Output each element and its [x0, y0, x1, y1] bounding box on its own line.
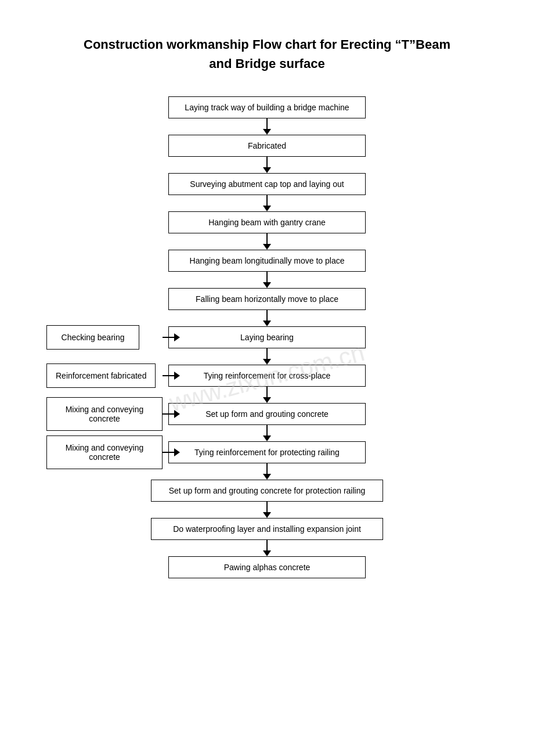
mixing-conveying-box-2: Mixing and conveying concrete: [46, 435, 163, 469]
step3-box: Surveying abutment cap top and laying ou…: [168, 173, 366, 195]
step9-box: Set up form and grouting concrete: [168, 403, 366, 425]
step9-row: Mixing and conveying concrete Set up for…: [12, 403, 522, 425]
arrow2: [263, 157, 271, 173]
arrow8: [263, 387, 271, 403]
reinforcement-fabricated-box: Reinforcement fabricated: [46, 363, 156, 388]
arrow3: [263, 195, 271, 211]
step7-row: Checking bearing Laying bearing: [12, 326, 522, 348]
title-line1: Construction workmanship Flow chart for …: [84, 37, 450, 52]
side-arrow-line-9: [163, 413, 174, 415]
step6-box: Falling beam horizontally move to place: [168, 288, 366, 310]
side-arrow-line-10: [163, 452, 174, 453]
arrow10: [263, 463, 271, 480]
title-line2: and Bridge surface: [209, 56, 324, 71]
step5-box: Hanging beam longitudinally move to plac…: [168, 250, 366, 272]
step10-box: Tying reinforcement for protecting raili…: [168, 441, 366, 463]
side-arrow-right-7: [174, 333, 180, 341]
step12-box: Do waterproofing layer and installing ex…: [151, 518, 383, 540]
step1-box: Laying track way of building a bridge ma…: [168, 96, 366, 118]
checking-bearing-box: Checking bearing: [46, 325, 139, 350]
side-arrow-line-8: [163, 375, 174, 376]
step7-box: Laying bearing: [168, 326, 366, 348]
step4-box: Hanging beam with gantry crane: [168, 211, 366, 233]
side-arrow-right-10: [174, 448, 180, 456]
step13-box: Pawing alphas concrete: [168, 556, 366, 578]
arrow12: [263, 540, 271, 556]
side-arrow-right-9: [174, 410, 180, 418]
arrow4: [263, 233, 271, 250]
step8-row: Reinforcement fabricated Tying reinforce…: [12, 365, 522, 387]
side-arrow-right-8: [174, 372, 180, 380]
step8-box: Tying reinforcement for cross-place: [168, 365, 366, 387]
arrow1: [263, 118, 271, 135]
step11-box: Set up form and grouting concrete for pr…: [151, 480, 383, 502]
side-arrow-line-7: [163, 337, 174, 338]
mixing-conveying-box-1: Mixing and conveying concrete: [46, 397, 163, 431]
arrow11: [263, 502, 271, 518]
arrow5: [263, 272, 271, 288]
step10-row: Mixing and conveying concrete Tying rein…: [12, 441, 522, 463]
flowchart: Laying track way of building a bridge ma…: [12, 96, 522, 578]
step2-box: Fabricated: [168, 135, 366, 157]
arrow7: [263, 348, 271, 365]
arrow9: [263, 425, 271, 441]
arrow6: [263, 310, 271, 326]
page-title: Construction workmanship Flow chart for …: [84, 35, 450, 73]
